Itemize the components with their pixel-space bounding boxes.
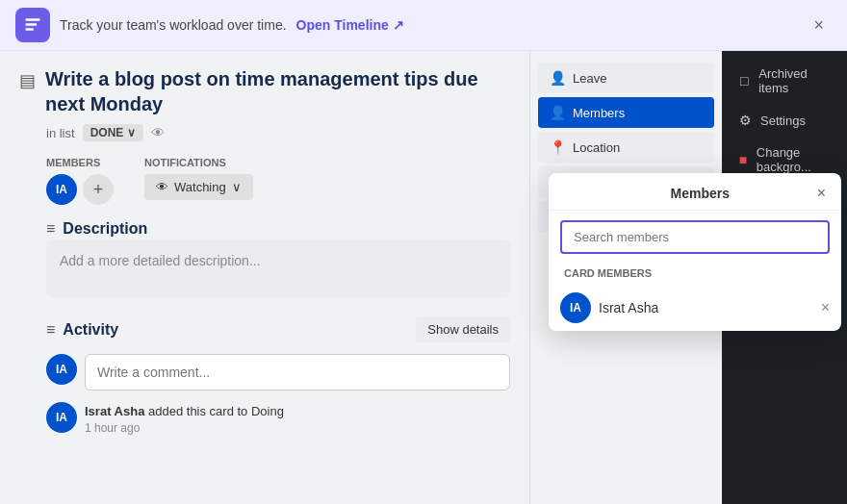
change-bg-label: Change backgro... [757, 145, 832, 174]
watching-label: Watching [174, 180, 226, 194]
location-button[interactable]: 📍 Location [538, 132, 714, 163]
card-title-row: ▤ Write a blog post on time management t… [19, 66, 510, 116]
svg-rect-1 [26, 23, 38, 26]
members-row: IA + [46, 174, 114, 205]
avatar[interactable]: IA [46, 174, 77, 205]
description-header: ≡ Description [46, 220, 510, 238]
settings-item[interactable]: ⚙ Settings [730, 105, 839, 136]
add-member-button[interactable]: + [83, 174, 114, 205]
banner-close-button[interactable]: × [806, 12, 832, 39]
leave-button[interactable]: 👤 Leave [538, 63, 714, 93]
description-icon: ≡ [46, 220, 55, 238]
open-timeline-link[interactable]: Open Timeline ↗ [296, 17, 404, 33]
archived-items-item[interactable]: □ Archived items [730, 59, 839, 103]
description-box[interactable]: Add a more detailed description... [46, 239, 510, 297]
members-btn-label: Members [573, 106, 625, 120]
chevron-icon: ∨ [232, 180, 242, 194]
popup-member-name: Israt Asha [599, 300, 658, 315]
popup-header: Members × [549, 173, 841, 211]
members-label: Members [46, 157, 114, 168]
chevron-down-icon: ∨ [127, 126, 136, 139]
banner-text: Track your team's workload over time. [60, 17, 287, 33]
activity-header: ≡ Activity Show details [46, 316, 510, 342]
activity-avatar: IA [46, 402, 77, 433]
activity-area: ≡ Activity Show details IA IA Israt Asha… [46, 316, 510, 435]
done-badge[interactable]: DONE ∨ [83, 124, 144, 141]
settings-icon: ⚙ [737, 113, 753, 128]
popup-title: Members [583, 186, 817, 201]
comment-row: IA [46, 354, 510, 391]
members-icon: 👤 [550, 105, 565, 120]
comment-avatar: IA [46, 354, 77, 385]
settings-label: Settings [760, 113, 806, 128]
popup-remove-button[interactable]: × [821, 299, 830, 316]
color-dot: ■ [737, 152, 749, 167]
card-title: Write a blog post on time management tip… [45, 66, 510, 116]
top-banner: Track your team's workload over time. Op… [0, 0, 847, 51]
leave-icon: 👤 [550, 70, 565, 86]
location-label: Location [573, 140, 620, 155]
in-list-label: in list [46, 126, 75, 140]
activity-timestamp: 1 hour ago [85, 421, 284, 435]
watching-button[interactable]: 👁 Watching ∨ [144, 174, 253, 200]
svg-rect-2 [26, 28, 34, 31]
banner-icon [15, 8, 50, 42]
popup-member-left: IA Israt Asha [560, 292, 658, 323]
leave-label: Leave [573, 71, 606, 86]
members-popup: Members × Card members IA Israt Asha × [549, 173, 841, 331]
description-section: Add a more detailed description... [46, 239, 510, 297]
comment-input[interactable] [85, 354, 510, 391]
activity-log-row: IA Israt Asha added this card to Doing 1… [46, 402, 510, 435]
activity-description: Israt Asha added this card to Doing [85, 402, 284, 421]
notifications-label: Notifications [144, 157, 253, 168]
activity-title: Activity [63, 321, 118, 339]
member-search-input[interactable] [560, 220, 830, 254]
card-modal: ▤ Write a blog post on time management t… [0, 51, 529, 504]
notifications-section: Notifications 👁 Watching ∨ [144, 157, 253, 205]
svg-rect-0 [26, 18, 40, 21]
popup-member-row: IA Israt Asha × [549, 285, 841, 331]
show-details-button[interactable]: Show details [416, 316, 510, 342]
eye-icon: 👁 [156, 180, 168, 194]
activity-header-left: ≡ Activity [46, 321, 118, 339]
location-icon: 📍 [550, 139, 565, 155]
activity-log-text: Israt Asha added this card to Doing 1 ho… [85, 402, 284, 435]
popup-close-button[interactable]: × [817, 185, 826, 202]
popup-avatar: IA [560, 292, 591, 323]
card-members-label: Card members [549, 264, 841, 285]
card-title-icon: ▤ [19, 70, 36, 91]
members-section: Members IA + [46, 157, 114, 205]
activity-icon: ≡ [46, 321, 55, 339]
banner-content: Track your team's workload over time. Op… [15, 8, 404, 42]
archived-label: Archived items [758, 66, 832, 95]
description-title: Description [63, 220, 147, 238]
archived-icon: □ [737, 73, 751, 88]
watch-icon[interactable]: 👁 [151, 125, 165, 140]
members-button[interactable]: 👤 Members [538, 97, 714, 128]
meta-row: Members IA + Notifications 👁 Watching ∨ [46, 157, 510, 205]
card-list-row: in list DONE ∨ 👁 [46, 124, 510, 141]
